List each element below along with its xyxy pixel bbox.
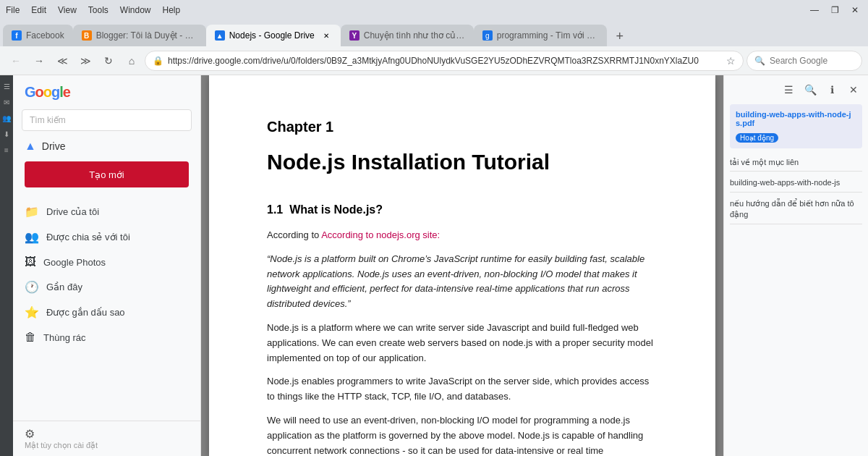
drive-favicon: ▲ [215,30,225,41]
new-tab-button[interactable]: + [610,26,630,46]
right-panel: ☰ 🔍 ℹ ✕ building-web-apps-with-node-js.p… [723,75,868,456]
menu-edit[interactable]: Edit [31,5,46,15]
sidebar-item-trash-label: Thùng rác [43,332,86,343]
tab-nodejs-drive-title: Nodejs - Google Drive [229,30,315,41]
settings-icon[interactable]: ⚙ [25,427,189,441]
photos-icon: 🖼 [25,256,36,269]
search-box[interactable]: 🔍 [746,51,862,71]
right-text-entry-1: tải về một mục liên [730,154,862,172]
right-panel-menu-btn[interactable]: ☰ [780,81,797,98]
sidebar-nav: 📁 Drive của tôi 👥 Được chia sẻ với tôi 🖼… [13,193,200,355]
sidebar-item-my-drive[interactable]: 📁 Drive của tôi [13,199,200,224]
pdf-chapter: Chapter 1 [267,119,658,135]
menu-tools[interactable]: Tools [88,5,109,15]
right-panel-settings-btn[interactable]: ℹ [823,81,841,98]
tab-facebook-title: Facebook [26,30,64,41]
sidebar-item-photos[interactable]: 🖼 Google Photos [13,250,200,274]
hamburger-icon[interactable]: ☰ [1,81,12,91]
blogger-favicon: B [82,30,92,41]
drive-icon: ▲ [25,140,36,153]
menu-icon[interactable]: ≡ [1,145,12,155]
chuyen-tinh-favicon: Y [349,30,359,41]
skip-back-button[interactable]: ≪ [52,51,72,71]
file-status: Hoạt động [736,130,856,143]
sidebar-item-photos-label: Google Photos [43,257,106,268]
skip-forward-button[interactable]: ≫ [75,51,95,71]
tab-close-button[interactable]: ✕ [320,30,332,41]
pdf-link-para: According to According to nodejs.org sit… [267,228,658,243]
window-controls: — ❐ ✕ [807,3,862,17]
mail-icon[interactable]: ✉ [1,97,12,107]
trash-icon: 🗑 [25,331,36,344]
sidebar-search-placeholder: Tìm kiếm [30,115,66,125]
tab-chuyen-tinh[interactable]: Y Chuyện tình như thơ của cô [341,25,474,46]
recent-icon: 🕐 [25,280,39,294]
pdf-para1: Node.js is a platform where we can write… [267,321,658,366]
right-panel-toolbar: ☰ 🔍 ℹ ✕ [730,81,862,98]
download-icon[interactable]: ⬇ [1,129,12,139]
nodejs-link[interactable]: According to nodejs.org site: [321,229,440,240]
tab-blogger[interactable]: B Blogger: Tôi là Duyệt - Dev: [73,25,206,46]
pdf-area: Chapter 1 Node.js Installation Tutorial … [201,75,723,456]
address-text: https://drive.google.com/drive/u/0/folde… [168,56,722,66]
forward-button[interactable]: → [29,51,49,71]
drive-sidebar: Google Tìm kiếm ▲ Drive Tạo mới 📁 Drive … [13,75,201,456]
menu-help[interactable]: Help [163,5,181,15]
right-text-entry-3: nếu hướng dẫn để biết hơn nữa tô đậng [730,195,862,224]
sidebar-footer: ⚙ Mật tùy chọn cài đặt [13,421,200,456]
close-button[interactable]: ✕ [848,3,862,17]
sidebar-item-my-drive-label: Drive của tôi [46,206,99,217]
tab-blogger-title: Blogger: Tôi là Duyệt - Dev: [96,30,197,41]
menu-window[interactable]: Window [120,5,151,15]
shared-icon: 👥 [25,230,39,244]
title-bar: File Edit View Tools Window Help — ❐ ✕ [0,0,868,20]
chrome-side-icons: ☰ ✉ 👥 ⬇ ≡ [0,75,13,456]
home-button[interactable]: ⌂ [122,51,142,71]
menu-view[interactable]: View [58,5,77,15]
sidebar-item-starred[interactable]: ⭐ Được gắn dấu sao [13,300,200,325]
sidebar-item-recent[interactable]: 🕐 Gần đây [13,274,200,300]
facebook-favicon: f [12,30,22,41]
google-logo: Google [25,84,70,101]
refresh-button[interactable]: ↻ [98,51,119,71]
sidebar-footer-text: Mật tùy chọn cài đặt [25,441,98,449]
star-icon: ⭐ [25,305,39,319]
bookmark-icon[interactable]: ☆ [726,55,736,67]
sidebar-item-shared-label: Được chia sẻ với tôi [46,232,130,242]
pdf-para2: Node.js enables programmers to write Jav… [267,374,658,405]
file-name: building-web-apps-with-node-js.pdf [736,110,856,127]
sidebar-item-trash[interactable]: 🗑 Thùng rác [13,325,200,350]
pdf-para3: We will need to use an event-driven, non… [267,413,658,456]
pdf-title: Node.js Installation Tutorial [267,150,658,174]
programming-favicon: g [482,30,493,41]
sidebar-search[interactable]: Tìm kiếm [22,109,192,131]
tab-programming[interactable]: g programming - Tìm với Goo [474,25,607,46]
back-button[interactable]: ← [6,51,26,71]
file-entry: building-web-apps-with-node-js.pdf Hoạt … [730,104,862,148]
folder-icon: 📁 [25,205,39,219]
new-button[interactable]: Tạo mới [25,161,189,187]
pdf-section-title: 1.1 What is Node.js? [267,203,658,216]
right-text-entry-2: building-web-apps-with-node-js [730,174,862,192]
tab-programming-title: programming - Tìm với Goo [497,30,598,41]
maximize-button[interactable]: ❐ [827,3,842,17]
people-icon[interactable]: 👥 [1,113,12,123]
sidebar-header: Google [13,75,200,109]
menu-file[interactable]: File [6,5,20,15]
drive-title: Drive [42,140,66,152]
search-input[interactable] [770,56,854,66]
sidebar-item-starred-label: Được gắn dấu sao [46,307,125,318]
right-panel-search-btn[interactable]: 🔍 [801,81,819,98]
tab-nodejs-drive[interactable]: ▲ Nodejs - Google Drive ✕ [206,25,341,46]
nav-bar: ← → ≪ ≫ ↻ ⌂ 🔒 https://drive.google.com/d… [0,46,868,75]
lock-icon: 🔒 [153,56,163,66]
status-badge: Hoạt động [736,133,778,143]
address-bar[interactable]: 🔒 https://drive.google.com/drive/u/0/fol… [145,51,744,71]
pdf-page: Chapter 1 Node.js Installation Tutorial … [209,75,715,456]
search-icon: 🔍 [754,56,765,66]
minimize-button[interactable]: — [807,3,822,17]
tab-facebook[interactable]: f Facebook [3,25,73,46]
sidebar-item-shared[interactable]: 👥 Được chia sẻ với tôi [13,224,200,250]
right-panel-close-btn[interactable]: ✕ [845,81,862,98]
sidebar-item-recent-label: Gần đây [46,282,82,292]
